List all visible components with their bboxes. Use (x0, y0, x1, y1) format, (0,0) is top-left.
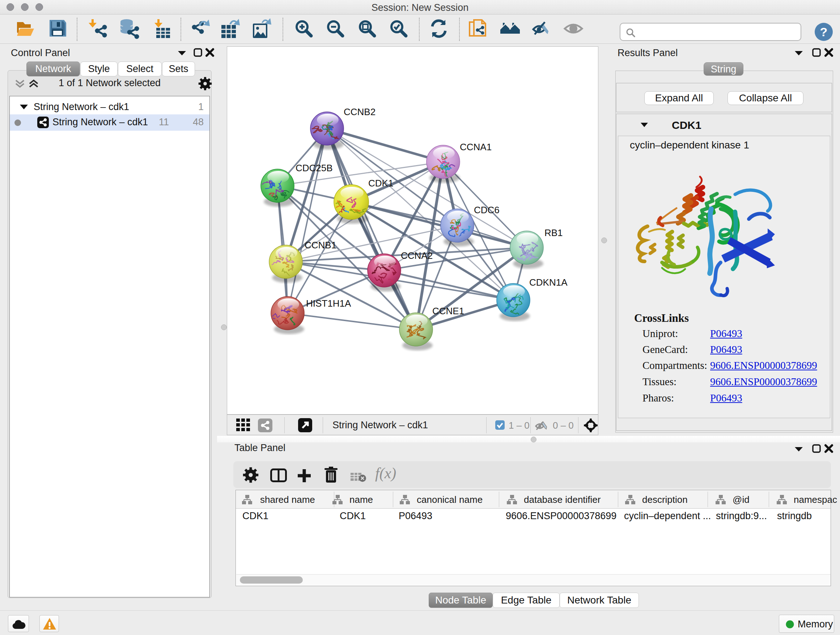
svg-text:CCNA2: CCNA2 (401, 250, 433, 261)
svg-text:CDC6: CDC6 (474, 204, 500, 215)
svg-text:?: ? (820, 25, 828, 39)
svg-text:CDKN1A: CDKN1A (529, 277, 568, 288)
svg-text:CCNE1: CCNE1 (432, 306, 464, 317)
svg-text:CDC25B: CDC25B (295, 163, 333, 173)
svg-text:CDK1: CDK1 (368, 178, 393, 188)
svg-text:HIST1H1A: HIST1H1A (306, 298, 351, 309)
svg-text:RB1: RB1 (545, 227, 563, 238)
svg-text:CCNA1: CCNA1 (460, 141, 492, 152)
svg-text:CCNB1: CCNB1 (305, 240, 336, 250)
svg-text:CCNB2: CCNB2 (344, 106, 376, 117)
